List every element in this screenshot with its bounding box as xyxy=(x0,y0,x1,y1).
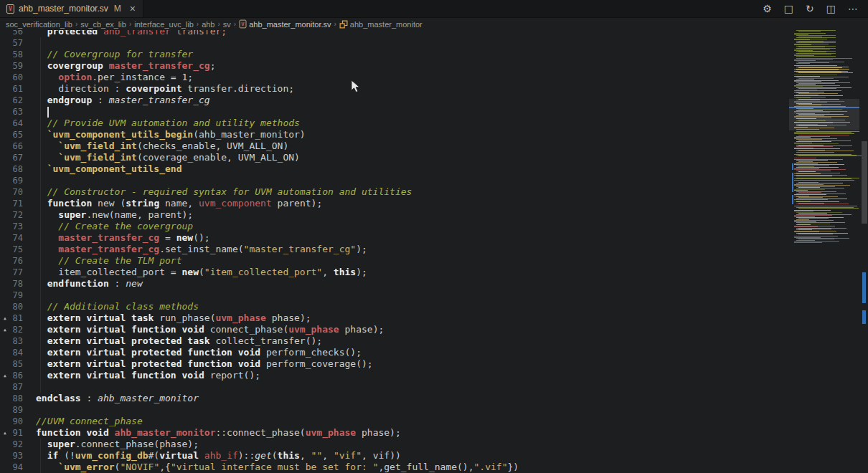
code-line-57[interactable]: 57 xyxy=(0,37,519,49)
line-number[interactable]: 62 xyxy=(10,95,23,106)
line-number[interactable]: 65 xyxy=(10,129,23,140)
minimap[interactable] xyxy=(789,30,862,473)
code-line-89[interactable]: 89 xyxy=(0,404,519,416)
extern-definition-marker-icon[interactable]: ▲ xyxy=(1,429,9,438)
breadcrumb-folder-ahb[interactable]: ahb xyxy=(202,20,214,29)
code-line-69[interactable]: 69 xyxy=(0,175,519,186)
line-number[interactable]: 67 xyxy=(10,152,23,163)
line-number[interactable]: 84 xyxy=(10,347,23,358)
line-number[interactable]: 59 xyxy=(10,60,23,72)
line-number[interactable]: 94 xyxy=(10,462,23,473)
code-line-64[interactable]: 64 // Provide UVM automation and utility… xyxy=(0,118,519,129)
breadcrumb-folder-interface_uvc_lib[interactable]: interface_uvc_lib xyxy=(134,20,194,29)
code-line-87[interactable]: 87 xyxy=(0,381,519,393)
scrollbar-thumb[interactable] xyxy=(862,141,867,224)
line-number[interactable]: 87 xyxy=(10,381,23,393)
code-line-93[interactable]: 93 if (!uvm_config_db#(virtual ahb_if)::… xyxy=(0,450,519,462)
code-editor[interactable]: 56 protected ahb_transfer transfer;5758 … xyxy=(0,30,789,473)
minimap-slider[interactable] xyxy=(789,99,859,130)
line-number[interactable]: 83 xyxy=(10,335,23,347)
line-number[interactable]: 69 xyxy=(10,175,23,186)
line-number[interactable]: 86 xyxy=(10,370,23,381)
line-number[interactable]: 79 xyxy=(10,290,23,301)
breadcrumb-symbol[interactable]: ahb_master_monitor xyxy=(350,20,423,29)
code-line-91[interactable]: ▲91function void ahb_master_monitor::con… xyxy=(0,427,519,439)
code-line-83[interactable]: 83 extern virtual protected task collect… xyxy=(0,335,519,347)
line-number[interactable]: 91 xyxy=(10,427,23,439)
line-number[interactable]: 60 xyxy=(10,72,23,83)
line-number[interactable]: 82 xyxy=(10,324,23,335)
line-number[interactable]: 58 xyxy=(10,49,23,60)
code-line-59[interactable]: 59 covergroup master_transfer_cg; xyxy=(0,60,519,72)
vertical-scrollbar[interactable] xyxy=(861,30,868,473)
code-line-78[interactable]: 78 endfunction : new xyxy=(0,278,519,290)
breadcrumb-folder-sv_cb_ex_lib[interactable]: sv_cb_ex_lib xyxy=(80,20,126,29)
code-line-58[interactable]: 58 // Covergroup for transfer xyxy=(0,49,519,60)
code-line-60[interactable]: 60 option.per_instance = 1; xyxy=(0,72,519,83)
code-line-65[interactable]: 65 `uvm_component_utils_begin(ahb_master… xyxy=(0,129,519,140)
code-line-61[interactable]: 61 direction : coverpoint transfer.direc… xyxy=(0,83,519,95)
code-line-81[interactable]: ▲81 extern virtual task run_phase(uvm_ph… xyxy=(0,312,519,324)
code-line-74[interactable]: 74 master_transfer_cg = new(); xyxy=(0,232,519,244)
code-line-73[interactable]: 73 // Create the covergroup xyxy=(0,221,519,232)
code-line-72[interactable]: 72 super.new(name, parent); xyxy=(0,209,519,221)
breadcrumb-folder-sv[interactable]: sv xyxy=(223,20,231,29)
code-line-66[interactable]: 66 `uvm_field_int(checks_enable, UVM_ALL… xyxy=(0,140,519,152)
code-line-85[interactable]: 85 extern virtual protected function voi… xyxy=(0,358,519,370)
code-line-77[interactable]: 77 item_collected_port = new("item_colle… xyxy=(0,267,519,278)
line-number[interactable]: 81 xyxy=(10,312,23,324)
line-number[interactable]: 92 xyxy=(10,439,23,450)
extern-definition-marker-icon[interactable]: ▲ xyxy=(1,314,9,323)
split-editor-icon[interactable]: ◫ xyxy=(826,4,836,14)
line-number[interactable]: 90 xyxy=(10,416,23,427)
code-line-62[interactable]: 62 endgroup : master_transfer_cg xyxy=(0,95,519,106)
code-line-67[interactable]: 67 `uvm_field_int(coverage_enable, UVM_A… xyxy=(0,152,519,163)
line-number[interactable]: 63 xyxy=(10,106,23,118)
line-number[interactable]: 80 xyxy=(10,301,23,312)
tab-ahb-master-monitor[interactable]: V ahb_master_monitor.sv M × xyxy=(0,0,143,17)
line-number[interactable]: 71 xyxy=(10,198,23,209)
breadcrumb-folder-soc_verification_lib[interactable]: soc_verification_lib xyxy=(6,20,72,29)
line-number[interactable]: 93 xyxy=(10,450,23,462)
line-number[interactable]: 89 xyxy=(10,404,23,416)
line-number[interactable]: 57 xyxy=(10,37,23,49)
line-number[interactable]: 64 xyxy=(10,118,23,129)
code-line-71[interactable]: 71 function new (string name, uvm_compon… xyxy=(0,198,519,209)
line-number[interactable]: 85 xyxy=(10,358,23,370)
breadcrumb-file[interactable]: ahb_master_monitor.sv xyxy=(249,20,331,29)
tab-close-icon[interactable]: × xyxy=(130,4,136,14)
code-line-82[interactable]: ▲82 extern virtual function void connect… xyxy=(0,324,519,335)
line-number[interactable]: 76 xyxy=(10,255,23,267)
line-number[interactable]: 72 xyxy=(10,209,23,221)
code-line-79[interactable]: 79 xyxy=(0,290,519,301)
code-line-86[interactable]: ▲86 extern virtual function void report(… xyxy=(0,370,519,381)
line-number[interactable]: 73 xyxy=(10,221,23,232)
line-number[interactable]: 75 xyxy=(10,244,23,255)
line-number[interactable]: 74 xyxy=(10,232,23,244)
extern-definition-marker-icon[interactable]: ▲ xyxy=(1,325,9,335)
line-number[interactable]: 66 xyxy=(10,140,23,152)
code-line-88[interactable]: 88endclass : ahb_master_monitor xyxy=(0,393,519,404)
outline-square-icon[interactable]: □ xyxy=(784,4,793,14)
code-line-63[interactable]: 63 xyxy=(0,106,519,118)
line-number[interactable]: 68 xyxy=(10,163,23,175)
line-number[interactable]: 61 xyxy=(10,83,23,95)
line-number[interactable]: 56 xyxy=(10,30,23,37)
code-line-75[interactable]: 75 master_transfer_cg.set_inst_name("mas… xyxy=(0,244,519,255)
settings-gear-icon[interactable]: ⚙ xyxy=(763,4,772,14)
line-number[interactable]: 88 xyxy=(10,393,23,404)
extern-definition-marker-icon[interactable]: ▲ xyxy=(1,371,9,381)
line-number[interactable]: 78 xyxy=(10,278,23,290)
code-line-76[interactable]: 76 // Create the TLM port xyxy=(0,255,519,267)
code-line-90[interactable]: 90//UVM connect_phase xyxy=(0,416,519,427)
more-actions-icon[interactable]: ⋯ xyxy=(848,4,858,14)
line-number[interactable]: 77 xyxy=(10,267,23,278)
code-line-92[interactable]: 92 super.connect_phase(phase); xyxy=(0,439,519,450)
code-line-56[interactable]: 56 protected ahb_transfer transfer; xyxy=(0,30,519,37)
code-line-94[interactable]: 94 `uvm_error("NOVIF",{"virtual interfac… xyxy=(0,462,519,473)
code-line-84[interactable]: 84 extern virtual protected function voi… xyxy=(0,347,519,358)
code-line-68[interactable]: 68 `uvm_component_utils_end xyxy=(0,163,519,175)
code-line-70[interactable]: 70 // Constructor - required syntax for … xyxy=(0,186,519,198)
sync-icon[interactable]: ↻ xyxy=(806,4,814,14)
line-number[interactable]: 70 xyxy=(10,186,23,198)
